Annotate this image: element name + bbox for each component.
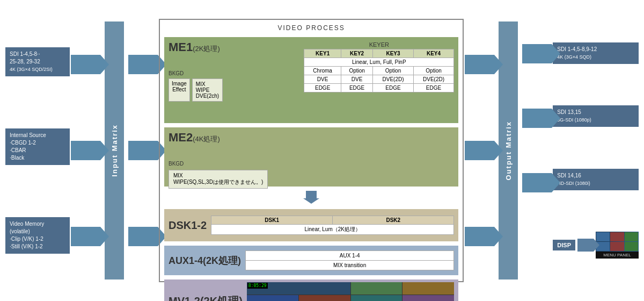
option1-cell: Option [341, 67, 372, 75]
mv-cell-2 [402, 282, 454, 295]
disp-row: DISP MENU PANEL [553, 232, 639, 259]
me2-mix-box: MIX WIPE(SQ,SL,3Dは使用できません。) [169, 170, 268, 189]
menu-panel-label: MENU PANEL [596, 252, 639, 259]
mv-cell-1 [351, 282, 402, 295]
dve4-cell: DVE(2D) [413, 75, 454, 84]
out-arrow-1 [522, 44, 552, 63]
me2-bkgd: BKGD MIX WIPE(SQ,SL,3Dは使用できません。) [169, 161, 454, 189]
diagram-container: SDI 1-4,5-8·· 25-28, 29-32 4K (3G×4 SQD/… [0, 0, 644, 301]
aux-row2: MIX transition [246, 261, 454, 270]
key1-header: KEY1 [304, 49, 341, 58]
option2-cell: Option [373, 67, 414, 75]
me1-section: ME1(2K処理) KEYER KEY1 KEY2 KEY3 KEY4 Line… [164, 37, 458, 123]
mix-wipe-dve-box: MIX WIPE DVE(2ch) [192, 78, 223, 102]
matrix-to-vp-arrows [128, 22, 158, 280]
left-inputs: SDI 1-4,5-8·· 25-28, 29-32 4K (3G×4 SQD/… [5, 22, 70, 280]
edge4-cell: EDGE [413, 84, 454, 92]
dsk-title: DSK1-2 [169, 219, 207, 232]
edge2-cell: EDGE [341, 84, 372, 92]
me1-title: ME1 [169, 40, 193, 54]
left-arrow-column [71, 22, 100, 280]
left-arrow-3 [71, 227, 100, 246]
menu-cell-3 [625, 232, 638, 241]
dve1-cell: DVE [304, 75, 341, 84]
chroma-cell: Chroma [304, 67, 341, 75]
dsk-linear-row: Linear, Lum（2K処理） [211, 225, 454, 235]
menu-cell-2 [610, 232, 624, 241]
key3-header: KEY3 [373, 49, 414, 58]
key2-header: KEY2 [341, 49, 372, 58]
aux-table: AUX 1-4 MIX transition [245, 250, 454, 270]
aux-section: AUX1-4(2K処理) AUX 1-4 MIX transition [164, 246, 458, 275]
dsk-section: DSK1-2 DSK1 DSK2 Linear, Lum（2K処理） [164, 209, 458, 241]
mv-timer: 8:05:29 [247, 283, 268, 289]
mv-cell-4 [299, 295, 350, 301]
svg-marker-0 [303, 191, 319, 204]
dsk-table: DSK1 DSK2 Linear, Lum（2K処理） [211, 216, 454, 235]
mv-cell-large: 8:05:29 [247, 282, 350, 295]
matrix-arrow-1 [128, 55, 158, 74]
menu-screen [596, 232, 639, 252]
vp-arrow-3 [465, 227, 494, 246]
disp-arrow [577, 239, 594, 252]
me2-section: ME2(4K処理) BKGD MIX WIPE(SQ,SL,3Dは使用できません… [164, 127, 458, 187]
disp-box: DISP [553, 240, 575, 250]
matrix-to-output-arrows [522, 22, 552, 280]
out-arrow-2 [522, 109, 552, 128]
sdi-1-output-box: SDI 1-4,5-8,9-12 4K (3G×4 SQD) [553, 42, 639, 64]
key4-header: KEY4 [413, 49, 454, 58]
dve2-cell: DVE [341, 75, 372, 84]
edge3-cell: EDGE [373, 84, 414, 92]
me1-subtitle: (2K処理) [193, 45, 220, 53]
sdi-13-output-box: SDI 13,15 3G-SDI (1080p) [553, 105, 639, 127]
me2-bkgd-label: BKGD [169, 161, 454, 167]
menu-cell-5 [610, 242, 624, 251]
vp-arrow-2 [465, 141, 494, 160]
aux-row1: AUX 1-4 [246, 251, 454, 261]
dsk-table-wrap: DSK1 DSK2 Linear, Lum（2K処理） [211, 216, 454, 235]
vp-to-matrix-arrows [465, 22, 494, 280]
matrix-arrow-3 [128, 227, 158, 246]
me2-subtitle: (4K処理) [193, 135, 220, 143]
edge1-cell: EDGE [304, 84, 341, 92]
sdi-14-output-box: SDI 14,16 HD-SDI (1080i) [553, 169, 639, 190]
dsk2-header: DSK2 [333, 216, 454, 225]
mv-cell-3 [247, 295, 298, 301]
dsk1-header: DSK1 [211, 216, 333, 225]
keyer-label: KEYER [304, 41, 454, 48]
internal-source-box: Internal Source ·CBGD 1-2 ·CBAR ·Black [5, 128, 70, 165]
out-arrow-3 [522, 173, 552, 192]
keyer-area: KEYER KEY1 KEY2 KEY3 KEY4 Linear, Lum, F… [304, 41, 454, 92]
right-outputs: SDI 1-4,5-8,9-12 4K (3G×4 SQD) SDI 13,15… [553, 22, 639, 280]
aux-title: AUX1-4(2K処理) [169, 254, 241, 267]
video-memory-box: Video Memory (volatile) ·Clip (V/K) 1-2 … [5, 217, 70, 254]
mv-cell-5 [351, 295, 402, 301]
menu-panel-box: MENU PANEL [596, 232, 639, 259]
option3-cell: Option [413, 67, 454, 75]
keyer-table: KEY1 KEY2 KEY3 KEY4 Linear, Lum, Full, P… [304, 49, 454, 92]
mv-section: MV1-2(2K処理) 8:05:29 [164, 280, 458, 301]
vp-title: VIDEO PROCESS [164, 24, 458, 32]
mv-grid: 8:05:29 [247, 282, 455, 301]
left-arrow-1 [71, 55, 100, 74]
sdi-input-box: SDI 1-4,5-8·· 25-28, 29-32 4K (3G×4 SQD/… [5, 47, 70, 76]
mv-preview: 8:05:29 [247, 282, 455, 301]
me2-title: ME2 [169, 131, 193, 144]
down-arrow-area [164, 191, 458, 205]
linear-lum-row: Linear, Lum, Full, PinP [304, 58, 454, 67]
left-arrow-2 [71, 141, 100, 160]
video-process-area: VIDEO PROCESS ME1(2K処理) KEYER KEY1 KEY2 … [159, 19, 464, 282]
vp-arrow-1 [465, 55, 494, 74]
mv-cell-6 [402, 295, 454, 301]
image-effect-box: Image Effect [169, 78, 190, 102]
matrix-arrow-2 [128, 141, 158, 160]
down-arrow-icon [303, 191, 319, 204]
dve3-cell: DVE(2D) [373, 75, 414, 84]
aux-table-wrap: AUX 1-4 MIX transition [245, 250, 454, 270]
menu-cell-6 [625, 242, 638, 251]
mv-title: MV1-2(2K処理) [169, 294, 243, 302]
